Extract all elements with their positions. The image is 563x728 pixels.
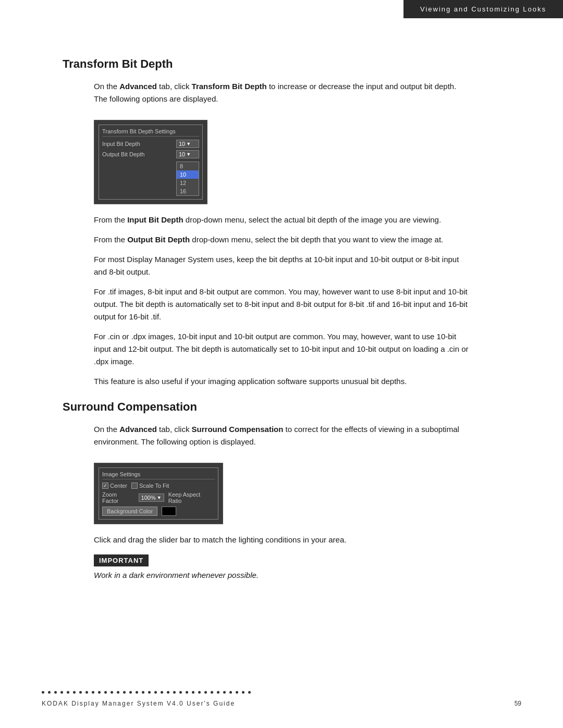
footer-dot xyxy=(192,691,194,694)
bg-color-row: Background Color xyxy=(102,507,215,516)
tbd-para2: From the Input Bit Depth drop-down menu,… xyxy=(94,214,469,226)
footer-dot xyxy=(167,691,169,694)
footer-dot xyxy=(211,691,213,694)
footer-dot xyxy=(148,691,151,694)
chapter-title: Viewing and Customizing Looks xyxy=(420,5,546,13)
footer-dot xyxy=(104,691,107,694)
footer-dot xyxy=(92,691,94,694)
footer-dot xyxy=(123,691,126,694)
footer-dot xyxy=(248,691,251,694)
footer-dot xyxy=(117,691,119,694)
footer-dot xyxy=(67,691,69,694)
color-swatch xyxy=(162,507,176,516)
tbd-settings-title: Transform Bit Depth Settings xyxy=(102,128,199,137)
footer-dot xyxy=(217,691,219,694)
background-color-button[interactable]: Background Color xyxy=(102,507,157,516)
dropdown-item-10[interactable]: 10 xyxy=(177,170,199,179)
tbd-input-label: Input Bit Depth xyxy=(102,141,176,147)
footer-title: KODAK Display Manager System V4.0 User's… xyxy=(42,700,235,707)
important-section: IMPORTANT Work in a dark environment whe… xyxy=(94,554,469,579)
tbd-screenshot: Transform Bit Depth Settings Input Bit D… xyxy=(94,120,207,204)
tbd-intro-para: On the Advanced tab, click Transform Bit… xyxy=(94,80,469,105)
scale-checkbox[interactable] xyxy=(131,483,138,489)
footer-dot xyxy=(129,691,132,694)
footer-dot xyxy=(60,691,63,694)
center-checkbox-item[interactable]: ✓ Center xyxy=(102,483,127,489)
main-content: Transform Bit Depth On the Advanced tab,… xyxy=(0,0,511,632)
scale-checkbox-item[interactable]: Scale To Fit xyxy=(131,483,169,489)
zoom-label: Zoom Factor xyxy=(102,491,134,504)
tbd-input-value: 10 xyxy=(179,141,185,147)
dropdown-arrow-icon: ▼ xyxy=(186,141,191,146)
tbd-para5: For .tif images, 8-bit input and 8-bit o… xyxy=(94,286,469,323)
tbd-dropdown-list: 8 10 12 16 xyxy=(176,162,199,196)
tbd-output-value: 10 xyxy=(179,151,185,157)
chapter-header: Viewing and Customizing Looks xyxy=(403,0,563,18)
important-text: Work in a dark environment whenever poss… xyxy=(94,571,469,579)
zoom-arrow-icon: ▼ xyxy=(157,495,162,500)
footer-dot xyxy=(111,691,113,694)
tbd-input-row: Input Bit Depth 10 ▼ xyxy=(102,140,199,148)
important-label: IMPORTANT xyxy=(94,554,149,566)
footer-dot xyxy=(154,691,157,694)
footer-dot xyxy=(85,691,88,694)
dropdown-item-16[interactable]: 16 xyxy=(177,187,199,195)
img-row-zoom: Zoom Factor 100% ▼ Keep Aspect Ratio xyxy=(102,491,215,504)
footer-dot xyxy=(204,691,207,694)
footer-dot xyxy=(179,691,182,694)
footer-dot xyxy=(161,691,163,694)
dropdown-arrow-icon2: ▼ xyxy=(186,152,191,157)
sc-intro-para: On the Advanced tab, click Surround Comp… xyxy=(94,423,469,448)
dropdown-item-12[interactable]: 12 xyxy=(177,179,199,187)
center-label: Center xyxy=(110,483,127,489)
footer-dot xyxy=(223,691,226,694)
img-row-top: ✓ Center Scale To Fit xyxy=(102,483,215,489)
footer-text-row: KODAK Display Manager System V4.0 User's… xyxy=(42,700,521,707)
tbd-para3: From the Output Bit Depth drop-down menu… xyxy=(94,233,469,246)
zoom-value: 100% xyxy=(141,495,156,501)
tbd-para4: For most Display Manager System uses, ke… xyxy=(94,253,469,278)
footer-dot xyxy=(48,691,51,694)
footer-dot xyxy=(136,691,138,694)
keep-aspect-label: Keep Aspect Ratio xyxy=(168,491,215,504)
footer-dot xyxy=(242,691,244,694)
tbd-output-row: Output Bit Depth 10 ▼ xyxy=(102,150,199,158)
footer-dot xyxy=(173,691,176,694)
sc-para2: Click and drag the slider bar to match t… xyxy=(94,534,469,546)
footer-dot xyxy=(42,691,44,694)
footer-dot xyxy=(79,691,82,694)
scale-label: Scale To Fit xyxy=(139,483,169,489)
dropdown-item-8[interactable]: 8 xyxy=(177,162,199,170)
footer-dot xyxy=(98,691,101,694)
tbd-input-dropdown[interactable]: 10 ▼ xyxy=(176,140,199,148)
footer-dot xyxy=(73,691,76,694)
footer-dots-row xyxy=(42,691,521,694)
sc-screenshot: Image Settings ✓ Center Scale To Fit Zoo… xyxy=(94,463,223,524)
footer-dot xyxy=(186,691,188,694)
surround-compensation-heading: Surround Compensation xyxy=(63,400,469,414)
transform-bit-depth-heading: Transform Bit Depth xyxy=(63,57,469,71)
footer: KODAK Display Manager System V4.0 User's… xyxy=(0,691,563,707)
zoom-dropdown[interactable]: 100% ▼ xyxy=(139,493,164,502)
center-checkbox[interactable]: ✓ xyxy=(102,483,108,489)
footer-dot xyxy=(236,691,238,694)
tbd-output-dropdown[interactable]: 10 ▼ xyxy=(176,150,199,158)
footer-page: 59 xyxy=(515,700,521,707)
footer-dot xyxy=(229,691,232,694)
footer-dot xyxy=(142,691,144,694)
img-settings-title: Image Settings xyxy=(102,471,215,479)
tbd-para6: For .cin or .dpx images, 10-bit input an… xyxy=(94,330,469,368)
footer-dot xyxy=(54,691,57,694)
footer-dot xyxy=(198,691,201,694)
tbd-output-label: Output Bit Depth xyxy=(102,151,176,157)
tbd-para7: This feature is also useful if your imag… xyxy=(94,375,469,388)
